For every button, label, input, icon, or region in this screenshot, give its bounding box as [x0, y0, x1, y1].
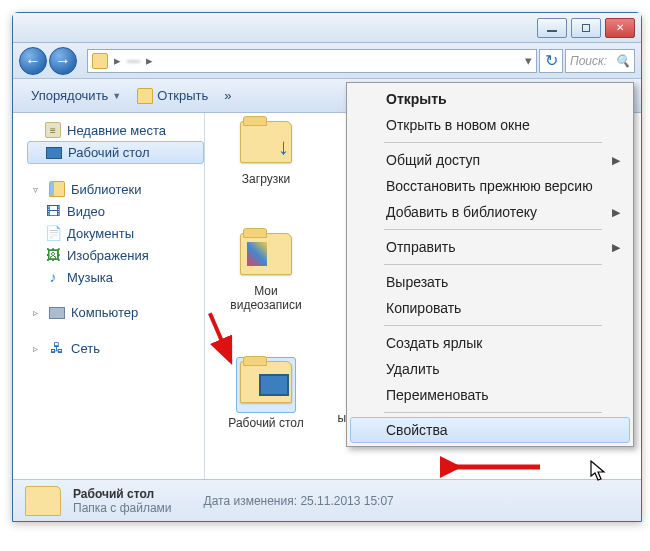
- network-icon: 🖧: [49, 340, 65, 356]
- folder-myvideos[interactable]: Мои видеозаписи: [223, 233, 309, 312]
- status-date-value: 25.11.2013 15:07: [300, 494, 393, 508]
- sidebar-network[interactable]: ▹ 🖧 Сеть: [27, 337, 204, 359]
- sidebar-libraries[interactable]: ▿ Библиотеки: [27, 178, 204, 200]
- search-icon: 🔍: [615, 54, 630, 68]
- submenu-arrow-icon: ▶: [612, 154, 620, 167]
- monitor-overlay-icon: [259, 374, 289, 396]
- breadcrumb-separator-icon: ▸: [146, 53, 153, 68]
- toolbar-overflow-button[interactable]: »: [216, 84, 239, 107]
- folder-label: Загрузки: [223, 172, 309, 186]
- status-date-label: Дата изменения:: [204, 494, 298, 508]
- ctx-rename[interactable]: Переименовать: [350, 382, 630, 408]
- sidebar-item-music[interactable]: ♪ Музыка: [27, 266, 204, 288]
- recent-icon: ≡: [45, 122, 61, 138]
- ctx-properties[interactable]: Свойства: [350, 417, 630, 443]
- status-name: Рабочий стол: [73, 487, 172, 501]
- sidebar: ≡ Недавние места Рабочий стол ▿ Библиоте…: [13, 113, 205, 479]
- folder-label: Рабочий стол: [223, 416, 309, 430]
- ctx-copy[interactable]: Копировать: [350, 295, 630, 321]
- sidebar-item-documents[interactable]: 📄 Документы: [27, 222, 204, 244]
- download-arrow-icon: ↓: [278, 134, 289, 160]
- expand-icon: ▹: [33, 343, 43, 354]
- expand-icon: ▿: [33, 184, 43, 195]
- music-icon: ♪: [45, 269, 61, 285]
- folder-downloads[interactable]: ↓ Загрузки: [223, 121, 309, 186]
- ctx-share[interactable]: Общий доступ▶: [350, 147, 630, 173]
- search-placeholder: Поиск:: [570, 54, 607, 68]
- status-bar: Рабочий стол Папка с файлами Дата измене…: [13, 479, 641, 521]
- separator: [384, 412, 602, 413]
- desktop-icon: [46, 147, 62, 159]
- status-folder-icon: [25, 486, 61, 516]
- nav-row: ← → ▸ — ▸ ▾ ↻ Поиск: 🔍: [13, 43, 641, 79]
- ctx-send-to[interactable]: Отправить▶: [350, 234, 630, 260]
- address-bar[interactable]: ▸ — ▸ ▾: [87, 49, 537, 73]
- ctx-open[interactable]: Открыть: [350, 86, 630, 112]
- status-type: Папка с файлами: [73, 501, 172, 515]
- back-button[interactable]: ←: [19, 47, 47, 75]
- ctx-restore[interactable]: Восстановить прежнюю версию: [350, 173, 630, 199]
- ctx-delete[interactable]: Удалить: [350, 356, 630, 382]
- expand-icon: ▹: [33, 307, 43, 318]
- ctx-add-library[interactable]: Добавить в библиотеку▶: [350, 199, 630, 225]
- minimize-button[interactable]: [537, 18, 567, 38]
- separator: [384, 325, 602, 326]
- ctx-create-shortcut[interactable]: Создать ярлык: [350, 330, 630, 356]
- sidebar-item-recent[interactable]: ≡ Недавние места: [27, 119, 204, 141]
- submenu-arrow-icon: ▶: [612, 241, 620, 254]
- maximize-button[interactable]: [571, 18, 601, 38]
- breadcrumb-text: —: [127, 53, 140, 68]
- documents-icon: 📄: [45, 225, 61, 241]
- separator: [384, 142, 602, 143]
- separator: [384, 264, 602, 265]
- sidebar-computer[interactable]: ▹ Компьютер: [27, 302, 204, 323]
- context-menu: Открыть Открыть в новом окне Общий досту…: [346, 82, 634, 447]
- address-dropdown-icon[interactable]: ▾: [525, 53, 532, 68]
- user-folder-icon: [92, 53, 108, 69]
- organize-button[interactable]: Упорядочить▼: [23, 84, 129, 107]
- svg-line-0: [198, 313, 242, 361]
- video-thumb-icon: [247, 242, 267, 266]
- video-icon: 🎞: [45, 203, 61, 219]
- breadcrumb-separator-icon: ▸: [114, 53, 121, 68]
- sidebar-item-desktop[interactable]: Рабочий стол: [27, 141, 204, 164]
- close-button[interactable]: ✕: [605, 18, 635, 38]
- sidebar-item-video[interactable]: 🎞 Видео: [27, 200, 204, 222]
- folder-open-icon: [137, 88, 153, 104]
- mouse-cursor-icon: [590, 460, 608, 487]
- refresh-button[interactable]: ↻: [539, 49, 563, 73]
- folder-label: Мои видеозаписи: [223, 284, 309, 312]
- ctx-cut[interactable]: Вырезать: [350, 269, 630, 295]
- sidebar-item-pictures[interactable]: 🖼 Изображения: [27, 244, 204, 266]
- search-box[interactable]: Поиск: 🔍: [565, 49, 635, 73]
- pictures-icon: 🖼: [45, 247, 61, 263]
- submenu-arrow-icon: ▶: [612, 206, 620, 219]
- titlebar: ✕: [13, 13, 641, 43]
- separator: [384, 229, 602, 230]
- libraries-icon: [49, 181, 65, 197]
- ctx-open-new-window[interactable]: Открыть в новом окне: [350, 112, 630, 138]
- forward-button[interactable]: →: [49, 47, 77, 75]
- annotation-arrow-red-2: [440, 454, 550, 484]
- toolbar-open-button[interactable]: Открыть: [129, 84, 216, 108]
- computer-icon: [49, 307, 65, 319]
